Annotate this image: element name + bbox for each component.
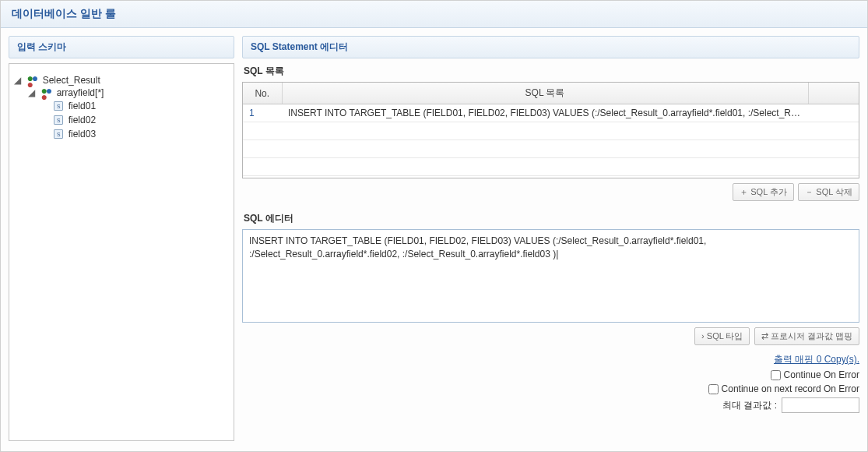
col-header-actions — [808, 83, 859, 104]
right-panel: SQL Statement 에디터 SQL 목록 No. SQL 목록 1 — [242, 36, 859, 441]
continue-next-record-checkbox[interactable] — [708, 384, 719, 394]
col-header-no: No. — [243, 83, 282, 104]
sql-list-table-wrap: No. SQL 목록 1 INSERT INTO TARGET_TABLE (F… — [242, 82, 859, 178]
output-mapping-link[interactable]: 출력 매핑 0 Copy(s). — [774, 354, 859, 365]
tree-node-root[interactable]: ◢ ●●● Select_Result ◢ ●●● arrayfield[*] — [14, 73, 229, 144]
continue-on-error-checkbox[interactable] — [771, 370, 781, 380]
tree-label: Select_Result — [43, 75, 100, 86]
table-row-empty — [243, 158, 859, 176]
string-field-icon: s — [54, 101, 63, 111]
string-field-icon: s — [54, 115, 63, 125]
schema-tree-box: ◢ ●●● Select_Result ◢ ●●● arrayfield[*] — [9, 63, 234, 441]
tree-node-array[interactable]: ◢ ●●● arrayfield[*] s field01 — [28, 86, 229, 142]
add-sql-button[interactable]: ＋ SQL 추가 — [733, 183, 794, 201]
tree-label: arrayfield[*] — [57, 87, 104, 98]
tree-label: field03 — [69, 129, 96, 139]
sql-editor-buttons: › SQL 타입 ⇄ 프로시저 결과값 맵핑 — [242, 327, 859, 345]
sql-editor-label: SQL 에디터 — [244, 212, 859, 225]
tree-node-field[interactable]: s field03 — [42, 127, 229, 141]
max-result-label: 최대 결과값 : — [722, 399, 777, 412]
delete-sql-button[interactable]: － SQL 삭제 — [798, 183, 859, 201]
sql-type-button[interactable]: › SQL 타입 — [694, 327, 750, 345]
collapse-icon[interactable]: ◢ — [28, 87, 36, 98]
collapse-icon[interactable]: ◢ — [14, 75, 22, 86]
content: 입력 스키마 ◢ ●●● Select_Result ◢ ●●● arrayfi… — [1, 28, 867, 449]
sql-statement-header: SQL Statement 에디터 — [242, 36, 859, 58]
continue-next-record-label[interactable]: Continue on next record On Error — [722, 383, 859, 394]
table-row-empty — [243, 122, 859, 140]
tree-label: field02 — [69, 115, 96, 125]
tree-node-field[interactable]: s field01 — [42, 99, 229, 113]
sql-list-table: No. SQL 목록 1 INSERT INTO TARGET_TABLE (F… — [243, 83, 859, 176]
continue-on-error-label[interactable]: Continue On Error — [784, 369, 859, 380]
group-icon: ●●● — [26, 76, 37, 86]
group-icon: ●●● — [40, 89, 51, 99]
table-row[interactable]: 1 INSERT INTO TARGET_TABLE (FIELD01, FIE… — [243, 104, 859, 122]
left-panel: 입력 스키마 ◢ ●●● Select_Result ◢ ●●● arrayfi… — [9, 36, 234, 441]
sql-list-label: SQL 목록 — [244, 65, 859, 78]
sql-editor-textarea[interactable] — [242, 229, 859, 323]
tree-label: field01 — [69, 101, 96, 111]
string-field-icon: s — [54, 129, 63, 139]
cell-sql: INSERT INTO TARGET_TABLE (FIELD01, FIELD… — [282, 104, 808, 122]
proc-result-mapping-button[interactable]: ⇄ 프로시저 결과값 맵핑 — [754, 327, 859, 345]
tree-node-field[interactable]: s field02 — [42, 113, 229, 127]
window: 데이터베이스 일반 룰 입력 스키마 ◢ ●●● Select_Result ◢… — [0, 0, 868, 452]
schema-tree: ◢ ●●● Select_Result ◢ ●●● arrayfield[*] — [14, 73, 229, 144]
window-title: 데이터베이스 일반 룰 — [1, 1, 867, 28]
footer-options: 출력 매핑 0 Copy(s). Continue On Error Conti… — [242, 350, 859, 413]
table-row-empty — [243, 140, 859, 158]
col-header-sql: SQL 목록 — [282, 83, 808, 104]
max-result-input[interactable] — [782, 397, 859, 413]
sql-list-buttons: ＋ SQL 추가 － SQL 삭제 — [242, 183, 859, 201]
input-schema-header: 입력 스키마 — [9, 36, 234, 58]
cell-actions — [808, 104, 859, 122]
cell-no: 1 — [243, 104, 282, 122]
